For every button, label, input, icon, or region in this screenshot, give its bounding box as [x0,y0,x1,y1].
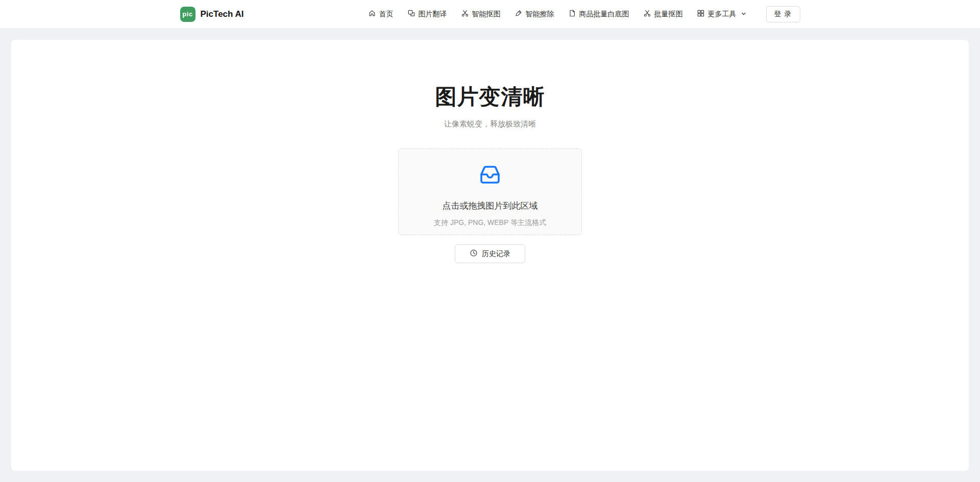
brand-logo[interactable]: pic PicTech AI [180,7,244,22]
main-nav: 首页 图片翻译 [368,6,800,22]
nav-item-label: 智能抠图 [472,10,501,19]
nav-list: 首页 图片翻译 [368,9,747,19]
top-navigation-bar: pic PicTech AI 首页 [0,0,980,29]
history-button-label: 历史记录 [482,249,510,259]
translate-icon [407,9,415,19]
nav-item-label: 首页 [379,10,394,19]
nav-item-smart-erase[interactable]: 智能擦除 [514,9,554,19]
upload-dropzone[interactable]: 点击或拖拽图片到此区域 支持 JPG, PNG, WEBP 等主流格式 [398,148,582,235]
nav-item-label: 更多工具 [708,10,737,19]
content-card: 图片变清晰 让像素蜕变，释放极致清晰 点击或拖拽图片到此区域 支持 JPG, P… [11,40,969,471]
home-icon [368,9,376,19]
nav-item-label: 批量抠图 [654,10,683,19]
history-button[interactable]: 历史记录 [455,244,525,263]
inbox-icon [478,162,502,189]
page-body: 图片变清晰 让像素蜕变，释放极致清晰 点击或拖拽图片到此区域 支持 JPG, P… [0,29,980,482]
clock-icon [470,249,478,259]
nav-item-label: 图片翻译 [419,10,447,19]
scissors-icon [461,9,469,19]
nav-item-batch-cutout[interactable]: 批量抠图 [643,9,683,19]
nav-item-smart-cutout[interactable]: 智能抠图 [461,9,501,19]
upload-hint-text: 支持 JPG, PNG, WEBP 等主流格式 [434,218,546,227]
pictech-logo-icon: pic [180,7,195,22]
marker-icon [514,9,523,19]
header-container: pic PicTech AI 首页 [180,0,800,28]
grid-icon [697,9,705,19]
chevron-down-icon [741,10,747,18]
brand-name: PicTech AI [201,9,244,19]
nav-item-product-white-bg[interactable]: 商品批量白底图 [568,9,629,19]
page-title: 图片变清晰 [435,83,545,111]
nav-item-more-tools[interactable]: 更多工具 [697,9,747,19]
login-button[interactable]: 登 录 [766,6,800,22]
nav-item-home[interactable]: 首页 [368,9,394,19]
nav-item-label: 商品批量白底图 [579,10,629,19]
nav-item-image-translate[interactable]: 图片翻译 [407,9,447,19]
nav-item-label: 智能擦除 [526,10,554,19]
file-icon [568,9,576,19]
scissors-icon [643,9,651,19]
page-subtitle: 让像素蜕变，释放极致清晰 [444,119,536,129]
upload-main-text: 点击或拖拽图片到此区域 [443,200,538,212]
